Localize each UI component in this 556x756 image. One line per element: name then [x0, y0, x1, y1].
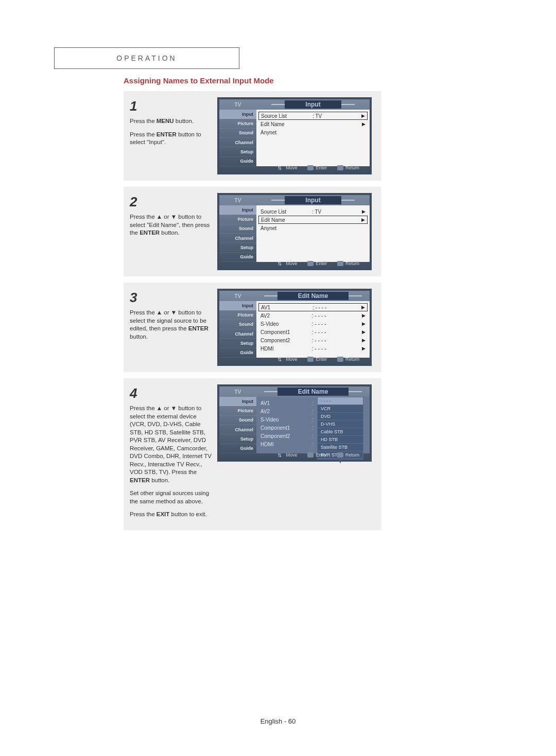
chevron-right-icon: ▶: [361, 217, 365, 222]
osd-tab-sound[interactable]: Sound: [219, 224, 256, 234]
osd-row-label: Component2: [260, 433, 312, 439]
osd-row[interactable]: HDMI: - - - -▶: [258, 344, 368, 353]
osd-screenshot: TVEdit NameInputPictureSoundChannelSetup…: [217, 289, 372, 366]
osd-row[interactable]: Component2: - - - -▶: [258, 336, 368, 344]
osd-footer: MoveEnterReturn: [219, 450, 370, 460]
osd-tab-input[interactable]: Input: [219, 397, 256, 406]
osd-tab-setup[interactable]: Setup: [219, 434, 256, 444]
step-text-span: button to exit.: [169, 511, 206, 517]
osd-row[interactable]: Edit Name▶: [258, 120, 368, 128]
step-text-span: Press the: [130, 131, 157, 137]
osd-row[interactable]: Anynet: [258, 128, 368, 136]
section-title: Assigning Names to External Input Mode: [124, 76, 556, 85]
return-icon: [337, 261, 343, 266]
chevron-right-icon: ▶: [361, 113, 365, 118]
osd-row-label: AV1: [261, 305, 312, 310]
chevron-right-icon: ▶: [362, 346, 366, 351]
step-text-span: button.: [130, 333, 148, 340]
osd-row-value: : - - - -: [312, 313, 348, 319]
osd-tab-sound[interactable]: Sound: [219, 320, 256, 329]
osd-row[interactable]: Edit Name▶: [258, 216, 368, 224]
osd-footer: MoveEnterReturn: [219, 259, 370, 268]
osd-tab-input[interactable]: Input: [219, 110, 256, 119]
step-text-span: button.: [150, 477, 169, 483]
osd-row-label: AV1: [260, 400, 312, 406]
osd-tv-label: TV: [219, 293, 256, 299]
move-icon: [277, 165, 284, 170]
dropdown-item[interactable]: - - - -: [318, 397, 363, 405]
chevron-right-icon: ▶: [362, 321, 366, 326]
osd-screenshot: TVInputInputPictureSoundChannelSetupGuid…: [217, 97, 372, 174]
osd-tab-sound[interactable]: Sound: [219, 416, 256, 425]
osd-title: Input: [285, 196, 341, 204]
move-icon: [277, 261, 284, 266]
step-text-span: ENTER: [140, 230, 160, 236]
step-number: 1: [130, 97, 212, 115]
enter-icon: [307, 452, 314, 458]
osd-tab-channel[interactable]: Channel: [219, 138, 256, 147]
osd-row[interactable]: Component1: - - - -▶: [258, 328, 368, 336]
osd-row-label: Anynet: [260, 130, 312, 135]
chevron-right-icon: ▶: [362, 121, 366, 127]
osd-title: Edit Name: [277, 388, 349, 396]
dropdown-item[interactable]: DVD: [318, 413, 363, 420]
osd-footer-label: Move: [286, 452, 297, 458]
osd-tab-picture[interactable]: Picture: [219, 215, 256, 224]
osd-footer-label: Enter: [316, 261, 327, 266]
osd-tab-input[interactable]: Input: [219, 205, 256, 215]
osd-tab-channel[interactable]: Channel: [219, 234, 256, 243]
osd-tab-input[interactable]: Input: [219, 301, 256, 310]
osd-row[interactable]: AV2: - - - -▶: [258, 311, 368, 320]
osd-tab-sound[interactable]: Sound: [219, 129, 256, 138]
dropdown-item[interactable]: D-VHS: [318, 420, 363, 428]
osd-screenshot: TVEdit NameInputPictureSoundChannelSetup…: [217, 384, 372, 462]
chapter-heading: OPERATION: [54, 47, 239, 69]
chevron-right-icon: ▶: [362, 209, 366, 214]
instruction-step: 4Press the ▲ or ▼ button to select the e…: [124, 378, 381, 530]
page-footer: English - 60: [0, 717, 556, 725]
osd-row-value: : - - - -: [312, 346, 348, 351]
osd-footer-label: Move: [286, 261, 297, 266]
step-number: 2: [130, 193, 212, 211]
osd-row-label: Component2: [260, 338, 312, 343]
osd-tab-channel[interactable]: Channel: [219, 425, 256, 434]
osd-row[interactable]: Anynet: [258, 224, 368, 232]
osd-row-label: AV2: [260, 409, 312, 414]
osd-tab-setup[interactable]: Setup: [219, 243, 256, 252]
osd-row-value: : - - - -: [312, 329, 348, 335]
osd-title: Edit Name: [277, 292, 349, 300]
return-icon: [337, 165, 343, 170]
osd-row[interactable]: AV1: - - - -▶: [258, 303, 368, 311]
step-paragraph: Press the EXIT button to exit.: [130, 511, 212, 519]
step-paragraph: Press the ▲ or ▼ button to select the ex…: [130, 405, 212, 484]
step-paragraph: Press the ▲ or ▼ button to select the si…: [130, 309, 212, 341]
move-icon: [277, 357, 284, 362]
dropdown-item[interactable]: VCR: [318, 405, 363, 413]
osd-row[interactable]: Source List: TV▶: [258, 112, 368, 120]
dropdown-item[interactable]: HD STB: [318, 436, 363, 444]
osd-screenshot: TVInputInputPictureSoundChannelSetupGuid…: [217, 193, 372, 270]
osd-panel: Source List: TV▶Edit Name▶Anynet: [256, 110, 370, 166]
osd-tab-picture[interactable]: Picture: [219, 310, 256, 320]
osd-tab-picture[interactable]: Picture: [219, 119, 256, 128]
chevron-right-icon: ▶: [362, 329, 366, 335]
osd-row-label: HDMI: [260, 346, 312, 351]
osd-row-label: S-Video: [260, 417, 312, 423]
osd-row-label: Component1: [260, 329, 312, 335]
step-number: 3: [130, 289, 212, 307]
step-text-span: ENTER: [130, 477, 150, 483]
osd-row[interactable]: S-Video: - - - -▶: [258, 320, 368, 328]
osd-row-label: Component1: [260, 425, 312, 431]
osd-tab-setup[interactable]: Setup: [219, 339, 256, 348]
osd-tv-label: TV: [219, 389, 256, 395]
osd-footer-label: Return: [345, 357, 359, 362]
osd-footer: MoveEnterReturn: [219, 355, 370, 364]
osd-row-value: : TV: [312, 113, 349, 119]
osd-tab-setup[interactable]: Setup: [219, 147, 256, 156]
osd-tab-channel[interactable]: Channel: [219, 329, 256, 339]
osd-tab-picture[interactable]: Picture: [219, 406, 256, 415]
osd-row[interactable]: Source List: TV▶: [258, 207, 368, 216]
dropdown-item[interactable]: Cable STB: [318, 428, 363, 436]
osd-row-value: : - - - -: [312, 338, 348, 343]
step-paragraph: Press the MENU button.: [130, 117, 212, 126]
